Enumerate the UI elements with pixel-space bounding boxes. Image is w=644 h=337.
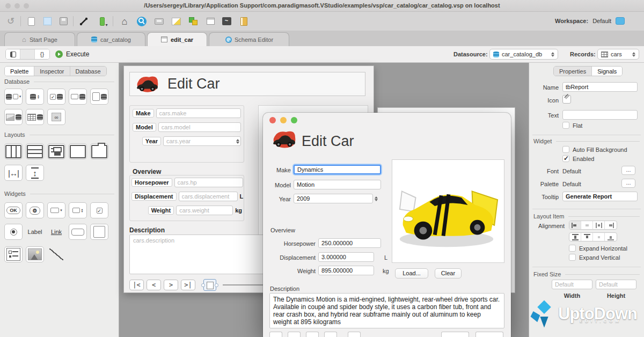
tab-inspector[interactable]: Inspector: [34, 67, 70, 76]
workspace-icon[interactable]: [616, 17, 625, 25]
nav-previous-button[interactable]: [288, 332, 301, 337]
year-field[interactable]: [163, 136, 241, 146]
horizontal-spacer-icon[interactable]: |↔|: [4, 165, 23, 181]
weight-field[interactable]: [176, 206, 233, 215]
checkbox-icon[interactable]: ✓: [90, 202, 108, 218]
db-image-icon[interactable]: [4, 109, 23, 125]
line-widget-icon[interactable]: [47, 246, 65, 262]
label-widget-icon[interactable]: Label: [26, 224, 44, 240]
make-field[interactable]: [294, 165, 381, 174]
description-field[interactable]: The Dynamics Motion is a mid-engined, li…: [269, 293, 504, 328]
text-area-icon[interactable]: [90, 224, 108, 240]
expand-horizontal-checkbox[interactable]: [569, 245, 576, 252]
tab-database[interactable]: Database: [70, 67, 106, 76]
selection-handle[interactable]: [201, 283, 205, 287]
db-link-icon[interactable]: ∞: [47, 109, 65, 125]
fixed-width-field[interactable]: [552, 280, 592, 289]
new-window-icon[interactable]: [204, 15, 217, 27]
nav-last-button[interactable]: [324, 332, 337, 337]
link-widget-icon[interactable]: Link: [47, 224, 65, 240]
spinbox-icon[interactable]: ▲▼: [69, 202, 87, 218]
make-field[interactable]: [156, 108, 241, 118]
nav-next-button[interactable]: [306, 332, 319, 337]
db-spinbox-icon[interactable]: ▲▼: [26, 89, 44, 105]
execute-button[interactable]: Execute: [55, 50, 89, 58]
home-icon[interactable]: ⌂: [118, 15, 131, 27]
dialog-bottom-button[interactable]: [441, 332, 469, 337]
palette-more-button[interactable]: ...: [621, 179, 635, 188]
nav-first-button[interactable]: [269, 332, 282, 337]
vertical-spacer-icon[interactable]: ↕: [26, 165, 44, 181]
year-field[interactable]: [294, 194, 373, 203]
list-widget-icon[interactable]: [4, 246, 23, 262]
selection-handle[interactable]: [215, 283, 218, 287]
diagram-icon[interactable]: [170, 15, 182, 27]
tool-button-icon[interactable]: ⚙: [26, 202, 44, 218]
close-icon[interactable]: [269, 117, 276, 123]
align-justify-h-icon[interactable]: [593, 221, 605, 229]
nav-previous-button[interactable]: <: [147, 280, 161, 290]
align-fill-v-icon[interactable]: [569, 233, 581, 241]
displacement-field[interactable]: [318, 252, 374, 262]
rows-layout-icon[interactable]: [26, 143, 44, 159]
save-icon[interactable]: [57, 15, 70, 27]
line-edit-icon[interactable]: [69, 224, 87, 240]
tab-car-catalog[interactable]: car_catalog: [77, 32, 145, 46]
minimize-icon[interactable]: [280, 117, 287, 123]
zoom-icon[interactable]: [291, 117, 297, 123]
align-left-icon[interactable]: [569, 221, 581, 229]
frame-layout-icon[interactable]: [69, 143, 87, 159]
workspace-value[interactable]: Default: [592, 18, 611, 24]
tab-schema-editor[interactable]: Schema Editor: [209, 32, 289, 46]
sidebar-toggle-icon[interactable]: [6, 49, 20, 59]
db-lineedit-icon[interactable]: [69, 89, 87, 105]
nav-last-button[interactable]: >|: [181, 280, 195, 290]
records-select[interactable]: cars: [597, 49, 639, 60]
clear-button[interactable]: Clear: [435, 268, 462, 279]
weight-field[interactable]: [318, 266, 374, 275]
enabled-checkbox[interactable]: [562, 155, 569, 162]
horsepower-field[interactable]: [318, 238, 381, 248]
tab-palette[interactable]: Palette: [5, 67, 34, 76]
nav-first-button[interactable]: |<: [129, 280, 144, 290]
model-field[interactable]: [158, 122, 241, 132]
undo-icon[interactable]: ↺: [4, 15, 17, 27]
expand-vertical-checkbox[interactable]: [569, 254, 576, 261]
year-stepper[interactable]: [234, 136, 241, 146]
tab-properties[interactable]: Properties: [554, 67, 592, 76]
align-middle-icon[interactable]: [593, 233, 605, 241]
combobox-icon[interactable]: ▾: [47, 202, 65, 218]
edit-toggle-button[interactable]: [348, 332, 361, 337]
image-widget-icon[interactable]: [26, 246, 44, 262]
icon-picker-button[interactable]: [562, 95, 571, 104]
print-icon[interactable]: [152, 15, 165, 27]
year-stepper[interactable]: [372, 194, 379, 203]
dialog-bottom-button[interactable]: [475, 332, 503, 337]
schema-editor-icon[interactable]: [135, 15, 148, 27]
name-field[interactable]: [562, 82, 638, 92]
selected-edit-widget[interactable]: [203, 279, 216, 291]
flat-checkbox[interactable]: [562, 122, 569, 129]
sql-editor-icon[interactable]: ~: [220, 15, 233, 27]
radio-button-icon[interactable]: [4, 224, 23, 240]
load-button[interactable]: Load...: [395, 268, 428, 279]
open-project-icon[interactable]: [41, 15, 54, 27]
tab-signals[interactable]: Signals: [592, 67, 622, 76]
tab-edit-car[interactable]: edit_car: [147, 32, 207, 46]
tab-start-page[interactable]: ⌂ Start Page: [4, 32, 75, 46]
connect-icon[interactable]: [77, 15, 90, 27]
data-transfer-icon[interactable]: [187, 15, 200, 27]
align-bottom-icon[interactable]: [605, 233, 617, 241]
code-view-icon[interactable]: {}: [35, 49, 49, 59]
push-button-icon[interactable]: OK: [4, 202, 23, 218]
fixed-height-field[interactable]: [596, 280, 636, 289]
horsepower-field[interactable]: [174, 178, 243, 187]
auto-fill-background-checkbox[interactable]: [562, 146, 569, 153]
model-field[interactable]: [294, 180, 381, 189]
nav-next-button[interactable]: >: [164, 280, 178, 290]
db-grid-icon[interactable]: [26, 109, 44, 125]
db-checkbox-icon[interactable]: ✓: [47, 89, 65, 105]
align-top-icon[interactable]: [581, 233, 593, 241]
text-field[interactable]: [562, 110, 638, 120]
align-center-h-icon[interactable]: [581, 221, 593, 229]
